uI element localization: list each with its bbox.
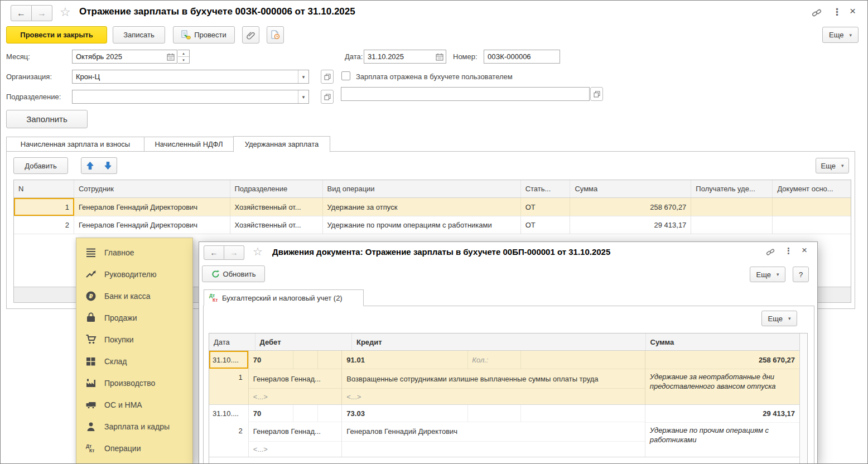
header-credit[interactable]: Кредит <box>352 334 646 350</box>
forward-button[interactable]: → <box>32 5 52 21</box>
row-operation-cell[interactable]: Удержание по прочим операциям с работник… <box>323 216 521 234</box>
reflected-checkbox[interactable] <box>341 71 350 80</box>
amount-cell[interactable]: 29 413,17 <box>645 405 799 422</box>
month-field[interactable] <box>72 50 177 64</box>
help-button[interactable]: ? <box>793 267 809 282</box>
kebab-menu-icon[interactable]: ⋮ <box>784 246 793 256</box>
credit-account-cell[interactable]: 73.03 <box>342 405 467 422</box>
date-field[interactable] <box>364 50 446 64</box>
header-operation[interactable]: Вид операции <box>323 180 521 197</box>
row-base-doc-cell[interactable] <box>773 216 851 234</box>
tab-withheld-salary[interactable]: Удержанная зарплата <box>233 136 330 152</box>
sidebar-item-sales[interactable]: Продажи <box>76 307 192 328</box>
close-icon[interactable]: × <box>802 245 807 256</box>
back-button[interactable]: ← <box>204 245 224 260</box>
row-employee-cell[interactable]: Генералов Геннадий Директорович <box>74 198 230 216</box>
posting-date-cell[interactable]: 31.10.... <box>209 405 248 422</box>
debit-sub-cell[interactable] <box>293 351 317 369</box>
debit-sub-cell[interactable] <box>293 405 317 422</box>
spin-up-button[interactable]: ▴ <box>178 50 189 57</box>
row-base-doc-cell[interactable] <box>773 198 851 216</box>
header-n[interactable]: N <box>14 180 74 197</box>
list-more-button[interactable]: Еще▾ <box>816 158 849 173</box>
row-employee-cell[interactable]: Генералов Геннадий Директорович <box>74 216 230 234</box>
reflected-user-input[interactable] <box>341 88 589 100</box>
quantity-cell[interactable]: Кол.: <box>467 351 520 369</box>
debit-more-cell[interactable]: <...> <box>249 441 342 457</box>
row-amount-cell[interactable]: 29 413,17 <box>570 216 691 234</box>
fill-button[interactable]: Заполнить <box>6 110 88 128</box>
number-input[interactable] <box>484 50 560 63</box>
header-debit[interactable]: Дебет <box>255 334 352 350</box>
tab-accrued-salary[interactable]: Начисленная зарплата и взносы <box>6 137 144 152</box>
credit-sub-cell[interactable] <box>520 351 645 369</box>
header-base-doc[interactable]: Документ осно... <box>773 180 851 197</box>
credit-more-cell[interactable] <box>342 441 644 457</box>
row-article-cell[interactable]: ОТ <box>521 216 571 234</box>
date-input[interactable] <box>364 50 433 63</box>
sidebar-item-warehouse[interactable]: Склад <box>76 350 192 372</box>
row-article-cell[interactable]: ОТ <box>521 198 571 216</box>
credit-subconto-cell[interactable]: Генералов Геннадий Директович <box>342 422 644 441</box>
kebab-menu-icon[interactable]: ⋮ <box>832 6 842 18</box>
amount-cell[interactable]: 258 670,27 <box>645 351 799 369</box>
reflected-user-open-button[interactable] <box>590 87 603 101</box>
calendar-icon[interactable] <box>165 50 177 63</box>
chevron-down-icon[interactable]: ▾ <box>298 90 308 103</box>
row-n-cell[interactable]: 2 <box>14 216 74 234</box>
post-button[interactable]: Провести <box>173 26 235 44</box>
credit-subconto-cell[interactable]: Возвращенные сотрудниками излишне выплач… <box>342 369 644 388</box>
header-employee[interactable]: Сотрудник <box>74 180 230 197</box>
row-department-cell[interactable]: Хозяйственный от... <box>230 198 323 216</box>
department-input[interactable] <box>73 90 298 103</box>
department-field[interactable]: ▾ <box>72 90 309 104</box>
attachments-button[interactable] <box>242 26 259 44</box>
move-up-button[interactable] <box>81 157 99 174</box>
posting-comment[interactable]: Удержание за неотработанные дни предоста… <box>645 369 799 404</box>
row-amount-cell[interactable]: 258 670,27 <box>570 198 691 216</box>
forward-button[interactable]: → <box>224 245 244 260</box>
debit-subconto-cell[interactable]: Генералов Геннад... <box>249 369 342 388</box>
posting-comment[interactable]: Удержание по прочим операциям с работник… <box>645 422 799 457</box>
header-date[interactable]: Дата <box>209 334 255 350</box>
posting-row[interactable]: 31.10.... 2 70 Генералов Геннад... <...>… <box>209 405 799 457</box>
panel-more-button[interactable]: Еще▾ <box>761 311 797 326</box>
credit-sub-cell[interactable] <box>520 405 645 422</box>
movements-more-button[interactable]: Еще▾ <box>750 267 785 282</box>
sidebar-item-purchases[interactable]: Покупки <box>76 328 192 350</box>
save-button[interactable]: Записать <box>113 26 165 44</box>
link-icon[interactable] <box>765 246 776 258</box>
posting-report-button[interactable] <box>267 26 284 44</box>
sidebar-item-main[interactable]: Главное <box>76 241 192 263</box>
posting-row[interactable]: 31.10.... 1 70 Генералов Геннад... <...>… <box>209 351 799 405</box>
sidebar-item-fixed-assets[interactable]: ОС и НМА <box>76 394 192 415</box>
row-operation-cell[interactable]: Удержание за отпуск <box>323 198 521 216</box>
link-icon[interactable] <box>811 7 823 19</box>
sidebar-item-manager[interactable]: Руководителю <box>76 263 192 285</box>
posting-date-cell[interactable]: 31.10.... <box>209 351 248 369</box>
document-more-button[interactable]: Еще▾ <box>822 27 859 43</box>
header-amount[interactable]: Сумма <box>646 334 799 350</box>
organization-input[interactable] <box>73 70 298 83</box>
post-and-close-button[interactable]: Провести и закрыть <box>6 26 107 44</box>
tab-accounting-tax[interactable]: ДтКт Бухгалтерский и налоговый учет (2) <box>204 289 364 306</box>
chevron-down-icon[interactable]: ▾ <box>298 70 308 83</box>
header-receiver[interactable]: Получатель уде... <box>691 180 773 197</box>
move-down-button[interactable] <box>99 157 117 174</box>
favorite-star-icon[interactable]: ☆ <box>253 245 263 258</box>
quantity-cell[interactable] <box>467 405 520 422</box>
table-row[interactable]: 2 Генералов Геннадий Директорович Хозяйс… <box>14 216 851 234</box>
tab-accrued-ndfl[interactable]: Начисленный НДФЛ <box>144 137 234 152</box>
calendar-icon[interactable] <box>433 50 446 63</box>
debit-account-cell[interactable]: 70 <box>249 405 293 422</box>
debit-account-cell[interactable]: 70 <box>249 351 293 369</box>
favorite-star-icon[interactable]: ☆ <box>60 5 71 20</box>
credit-more-cell[interactable]: <...> <box>342 388 644 404</box>
sidebar-item-production[interactable]: Производство <box>76 372 192 394</box>
refresh-button[interactable]: Обновить <box>202 265 265 282</box>
header-department[interactable]: Подразделение <box>230 180 323 197</box>
reflected-user-field[interactable] <box>341 87 590 101</box>
row-receiver-cell[interactable] <box>691 198 773 216</box>
number-field[interactable] <box>484 50 560 64</box>
department-open-button[interactable] <box>321 90 334 104</box>
